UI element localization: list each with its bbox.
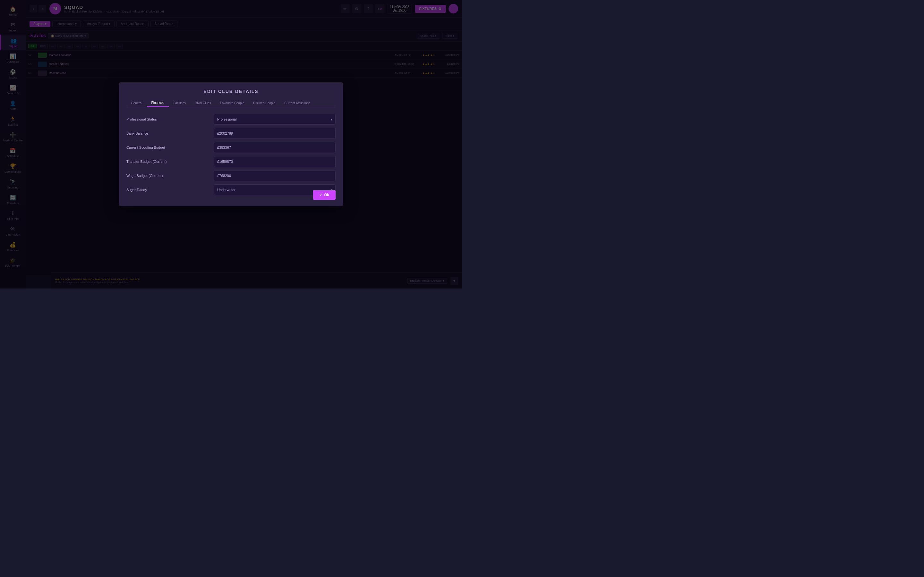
modal-tabs: General Finances Facilities Rival Clubs … — [126, 99, 336, 107]
professional-status-select-wrap: Professional Semi-Professional Amateur ▾ — [214, 114, 336, 125]
transfer-budget-input[interactable] — [214, 156, 336, 167]
ok-label: Ok — [324, 193, 329, 197]
modal-tab-rival-clubs[interactable]: Rival Clubs — [190, 99, 216, 107]
form-row-wage-budget: Wage Budget (Current) — [126, 170, 336, 181]
bank-balance-input[interactable] — [214, 128, 336, 139]
ok-button[interactable]: ✓ Ok — [313, 190, 336, 200]
label-transfer-budget: Transfer Budget (Current) — [126, 160, 210, 163]
professional-status-select[interactable]: Professional Semi-Professional Amateur — [214, 114, 336, 125]
modal-tab-facilities[interactable]: Facilities — [169, 99, 190, 107]
label-scouting-budget: Current Scouting Budget — [126, 145, 210, 149]
label-bank-balance: Bank Balance — [126, 131, 210, 135]
modal-tab-current-affiliations[interactable]: Current Affiliations — [280, 99, 315, 107]
modal-title: EDIT CLUB DETAILS — [126, 89, 336, 94]
modal-overlay[interactable]: EDIT CLUB DETAILS General Finances Facil… — [0, 0, 462, 288]
scouting-budget-input[interactable] — [214, 142, 336, 153]
label-wage-budget: Wage Budget (Current) — [126, 174, 210, 177]
edit-club-modal: EDIT CLUB DETAILS General Finances Facil… — [119, 82, 343, 206]
modal-tab-general[interactable]: General — [126, 99, 147, 107]
form-row-bank-balance: Bank Balance — [126, 128, 336, 139]
checkmark-icon: ✓ — [319, 193, 322, 197]
form-row-scouting-budget: Current Scouting Budget — [126, 142, 336, 153]
label-sugar-daddy: Sugar Daddy — [126, 188, 210, 192]
wage-budget-input[interactable] — [214, 170, 336, 181]
modal-tab-finances[interactable]: Finances — [147, 99, 169, 107]
form-row-transfer-budget: Transfer Budget (Current) — [126, 156, 336, 167]
form-row-sugar-daddy: Sugar Daddy Underwriter Benefactor None … — [126, 184, 336, 195]
label-professional-status: Professional Status — [126, 117, 210, 121]
form-row-professional-status: Professional Status Professional Semi-Pr… — [126, 114, 336, 125]
modal-tab-favourite-people[interactable]: Favourite People — [216, 99, 249, 107]
modal-tab-disliked-people[interactable]: Disliked People — [249, 99, 280, 107]
